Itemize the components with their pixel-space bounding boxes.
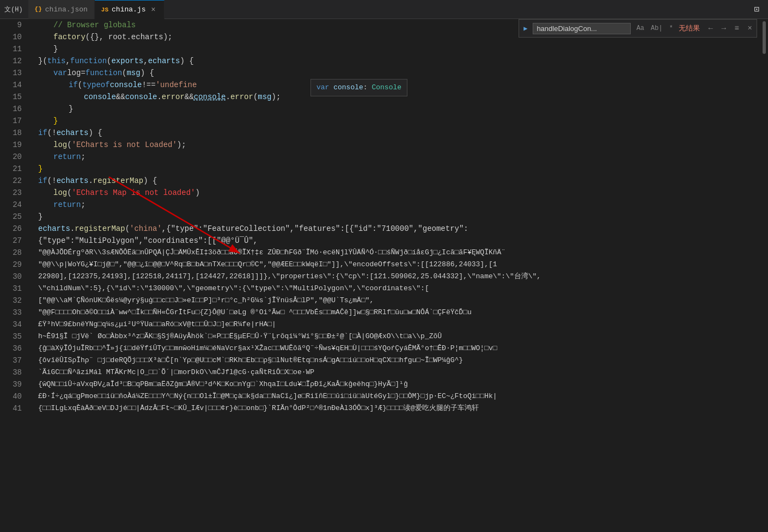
line-number-26: 26 (0, 223, 22, 235)
code-line-32: ["@@\\aM`ÇÑónUK□Ĝës¼@yrý§uġ□□c□□J□»eI□□P… (38, 295, 760, 307)
js-icon: JS (101, 7, 108, 13)
line-number-19: 19 (0, 139, 22, 151)
search-prev-button[interactable]: ← (705, 24, 716, 33)
line-number-32: 32 (0, 295, 22, 307)
code-line-38: `ÃiGC□□Ñ^ãziMál MTÃKrMc|O_□□`Õ´|□morDkO\… (38, 366, 760, 378)
search-close-button[interactable]: × (748, 24, 752, 33)
code-line-30: 22980],[122375,24193],[122518,24117],[12… (38, 271, 760, 283)
line-number-35: 35 (0, 331, 22, 343)
code-line-29: "@@\\p|WoYG¿¥I□j@□","@@□¿ī□@@□V^Rq□B□bA□… (38, 259, 760, 271)
line-number-20: 20 (0, 151, 22, 163)
scrollbar-thumb[interactable] (763, 21, 766, 54)
search-regex-button[interactable]: * (667, 23, 675, 33)
line-number-25: 25 (0, 211, 22, 223)
search-no-result-label: 无结果 (679, 23, 700, 33)
code-line-12: }(this, function (exports, echarts) { (38, 55, 760, 67)
line-number-30: 30 (0, 271, 22, 283)
line-number-15: 15 (0, 91, 22, 103)
code-line-24: return; (38, 199, 760, 211)
line-number-16: 16 (0, 103, 22, 115)
code-line-40: £Ð·Í÷¿qá□gPmoe□□iü□ñoÀá¼ZE□□□Y^□Ný{n□□Ol… (38, 390, 760, 402)
line-number-28: 28 (0, 247, 22, 259)
menu-label[interactable]: 文(H) (4, 5, 23, 14)
search-list-button[interactable]: ≡ (732, 24, 742, 33)
title-bar: 文(H) {} china.json JS china.js × ⊡ (0, 0, 768, 19)
code-line-20: return; (38, 151, 760, 163)
line-number-29: 29 (0, 259, 22, 271)
search-box: ▶ Aa Ab| * 无结果 ← → ≡ × (519, 19, 757, 38)
tab-js-label: china.js (112, 5, 145, 14)
line-number-10: 10 (0, 31, 22, 43)
code-line-33: "@@F□□□□Oh□ð©O□□iÀ¨ww^□Ĩk□□ÑH«ĈGrĪtFu□{Z… (38, 307, 760, 319)
code-line-25: } (38, 211, 760, 223)
search-expand-icon[interactable]: ▶ (523, 25, 527, 33)
line-number-22: 22 (0, 175, 22, 187)
line-number-24: 24 (0, 199, 22, 211)
search-options: Aa Ab| * (634, 23, 675, 33)
line-number-41: 41 (0, 402, 22, 414)
line-number-39: 39 (0, 378, 22, 390)
code-line-13: var log = function (msg) { (38, 67, 760, 79)
code-line-19: log('ECharts is not Loaded'); (38, 139, 760, 151)
tab-close-button[interactable]: × (149, 5, 157, 14)
code-line-37: {ôvîëÛISρĨhρ¨ □j□deRQÕj□□□X³à□Ĉ[n`Yρ□@U□… (38, 354, 760, 366)
tab-china-json[interactable]: {} china.json (28, 0, 95, 19)
vertical-scrollbar[interactable] (760, 19, 768, 532)
title-bar-right-icon: ⊡ (754, 4, 764, 15)
code-line-26: echarts.registerMap('china', {"type":"Fe… (38, 223, 760, 235)
code-line-21: } (38, 163, 760, 175)
code-line-14: if (typeof console !== 'undefine (38, 79, 760, 91)
editor-area: ▶ Aa Ab| * 无结果 ← → ≡ × 9 10 11 12 13 14 … (0, 19, 768, 532)
search-whole-word-button[interactable]: Ab| (649, 23, 665, 33)
line-number-12: 12 (0, 55, 22, 67)
line-number-36: 36 (0, 343, 22, 354)
line-numbers: 9 10 11 12 13 14 15 16 17 18 19 20 21 22… (0, 19, 33, 532)
code-line-16: } (38, 103, 760, 115)
tabs-container: {} china.json JS china.js × (28, 0, 754, 19)
code-line-27: {"type":"MultiPolygon","coordinates":[["… (38, 235, 760, 247)
code-line-41: {□□ILgĿxqÈàÄð□eV□DJjé□□|ÅdzÂ□Ft~□KÛ_IÆv|… (38, 402, 760, 414)
code-line-34: £Ÿ³hV□9£bnëYNg□q¼s¿μi²UºŸUa□□aRó□xV@t□□Û… (38, 319, 760, 331)
search-input[interactable] (533, 23, 631, 34)
search-navigation: ← → ≡ (705, 24, 742, 33)
line-number-31: 31 (0, 283, 22, 295)
line-number-18: 18 (0, 127, 22, 139)
code-line-15: console && console.error && console.erro… (38, 91, 760, 103)
tab-china-js[interactable]: JS china.js × (95, 0, 165, 19)
code-line-11: } (38, 43, 760, 55)
line-number-34: 34 (0, 319, 22, 331)
line-number-40: 40 (0, 390, 22, 402)
line-number-14: 14 (0, 79, 22, 91)
search-next-button[interactable]: → (718, 24, 729, 33)
line-number-23: 23 (0, 187, 22, 199)
code-line-31: \"childNum\":5},{\"id\":\"130000\",\"geo… (38, 283, 760, 295)
line-number-21: 21 (0, 163, 22, 175)
code-line-22: if (!echarts.registerMap) { (38, 175, 760, 187)
search-case-sensitive-button[interactable]: Aa (634, 23, 646, 33)
line-number-33: 33 (0, 307, 22, 319)
line-number-9: 9 (0, 19, 22, 31)
code-content[interactable]: // Browser globals factory({}, root.echa… (33, 19, 760, 532)
code-line-17: } (38, 115, 760, 127)
code-line-23: log('ECharts Map is not loaded') (38, 187, 760, 199)
code-line-18: if (!echarts) { (38, 127, 760, 139)
tab-json-label: china.json (45, 5, 88, 14)
line-number-37: 37 (0, 354, 22, 366)
line-number-38: 38 (0, 366, 22, 378)
line-number-11: 11 (0, 43, 22, 55)
code-line-28: "@@ÀJÕDÉrgºðR\\3sÆNÕÔËä□nÛPQÄ|ÇĴ□ÄMÛxĚI‡… (38, 247, 760, 259)
json-icon: {} (35, 6, 42, 13)
line-number-27: 27 (0, 235, 22, 247)
code-line-39: {ŵQN□□iÛ÷aVxqÐV¿aĬd³□B□qPBm□aËðZĝm□Å®V□³… (38, 378, 760, 390)
line-number-17: 17 (0, 115, 22, 127)
code-line-36: {ĝ□àXÿĨÓjuĨRb□□^Ĩ»j{í□dëŸfíÛTy□□mnŵoHim¼… (38, 343, 760, 354)
code-line-35: h~Ê91§Ĩ □jVë` Øo□Àbbx³^z□ÃK□§Sj®AüyÂhök`… (38, 331, 760, 343)
line-number-13: 13 (0, 67, 22, 79)
